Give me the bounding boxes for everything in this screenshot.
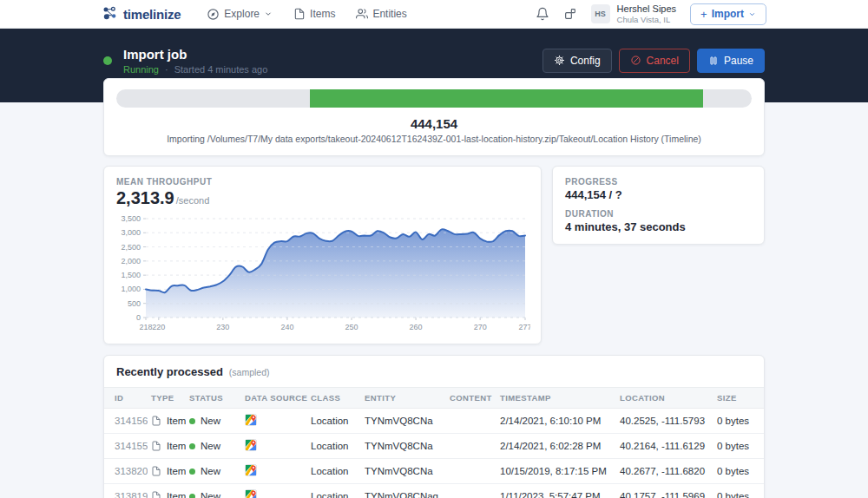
cell-id: 314156 <box>104 409 148 434</box>
cell-type: Item <box>148 409 186 434</box>
cell-location: 40.2677, -111.6820 <box>616 459 713 484</box>
svg-text:1,000: 1,000 <box>121 285 141 293</box>
svg-text:218: 218 <box>139 323 152 331</box>
google-maps-icon <box>245 439 257 451</box>
new-status-dot <box>189 494 195 498</box>
nav-label: Explore <box>224 8 260 20</box>
cell-entity: TYNmVQ8CNa <box>361 434 446 459</box>
user-name: Hershel Sipes <box>617 3 676 15</box>
cell-data-source <box>241 434 307 459</box>
nav-label: Items <box>310 8 335 20</box>
pause-icon <box>708 56 719 66</box>
cell-class: Location <box>307 409 361 434</box>
cell-type: Item <box>148 434 186 459</box>
notifications-button[interactable] <box>536 7 549 21</box>
column-header-size: SIZE <box>713 388 764 409</box>
column-header-class: CLASS <box>307 388 361 409</box>
cell-content <box>446 484 496 498</box>
running-status-dot <box>103 56 112 65</box>
throughput-card: MEAN THROUGHPUT 2,313.9/second 05001,000… <box>103 166 542 344</box>
cell-content <box>446 409 496 434</box>
cell-status: New <box>186 434 241 459</box>
svg-text:2,500: 2,500 <box>121 243 141 252</box>
import-button[interactable]: + Import <box>690 3 766 25</box>
cell-location: 40.2525, -111.5793 <box>616 409 713 434</box>
avatar: HS <box>591 4 610 23</box>
user-menu[interactable]: HS Hershel Sipes Chula Vista, IL <box>591 3 676 25</box>
svg-text:2,000: 2,000 <box>121 257 141 265</box>
new-status-dot <box>189 469 195 475</box>
nav-item-entities[interactable]: Entities <box>356 8 406 20</box>
users-icon <box>356 8 368 20</box>
cell-id: 313819 <box>104 484 148 498</box>
google-maps-icon <box>245 489 257 498</box>
cancel-button[interactable]: Cancel <box>619 49 690 73</box>
cell-type: Item <box>148 484 186 498</box>
import-progress-card: 444,154 Importing /Volumes/T7/My data ex… <box>103 78 765 156</box>
cell-status: New <box>186 459 241 484</box>
cell-timestamp: 2/14/2021, 6:02:28 PM <box>496 434 616 459</box>
cell-data-source <box>241 459 307 484</box>
throughput-label: MEAN THROUGHPUT <box>116 177 529 187</box>
cell-status: New <box>186 409 241 434</box>
svg-text:230: 230 <box>216 323 229 331</box>
items-imported-count: 444,154 <box>116 116 752 131</box>
brand[interactable]: timelinize <box>102 5 181 23</box>
svg-text:3,500: 3,500 <box>121 214 141 223</box>
svg-text:1,500: 1,500 <box>121 271 141 279</box>
main-nav: Explore Items Entities <box>207 8 406 21</box>
svg-text:500: 500 <box>128 299 141 308</box>
table-row[interactable]: 313820 ItemNew LocationTYNmVQ8CNa10/15/2… <box>104 459 764 484</box>
status-text: Running <box>123 64 159 75</box>
stacked-windows-icon <box>563 7 577 21</box>
pause-button[interactable]: Pause <box>697 49 765 73</box>
cell-type: Item <box>148 459 186 484</box>
jobs-button[interactable] <box>563 7 577 21</box>
compass-icon <box>207 8 220 21</box>
file-icon <box>151 441 161 451</box>
svg-text:220: 220 <box>152 323 165 331</box>
recently-processed-card: Recently processed(sampled) IDTYPESTATUS… <box>103 355 765 498</box>
recently-processed-table: IDTYPESTATUSDATA SOURCECLASSENTITYCONTEN… <box>104 387 764 498</box>
google-maps-icon <box>245 464 257 476</box>
import-label: Import <box>712 8 744 20</box>
import-source-path: Importing /Volumes/T7/My data exports/ta… <box>116 134 752 144</box>
column-header-location: LOCATION <box>616 388 713 409</box>
nav-label: Entities <box>372 8 406 20</box>
table-row[interactable]: 314155 ItemNew LocationTYNmVQ8CNa2/14/20… <box>104 434 764 459</box>
cell-class: Location <box>307 434 361 459</box>
file-icon <box>151 466 161 476</box>
cell-class: Location <box>307 459 361 484</box>
cell-class: Location <box>307 484 361 498</box>
nav-item-explore[interactable]: Explore <box>207 8 273 21</box>
column-header-data-source: DATA SOURCE <box>241 388 307 409</box>
svg-text:250: 250 <box>345 323 358 331</box>
table-row[interactable]: 314156 ItemNew LocationTYNmVQ8CNa2/14/20… <box>104 409 764 434</box>
throughput-value: 2,313.9 <box>116 188 174 207</box>
progress-label: PROGRESS <box>565 177 752 187</box>
gear-icon <box>554 55 565 66</box>
file-icon <box>151 491 161 498</box>
cell-status: New <box>186 484 241 498</box>
table-subtitle: (sampled) <box>229 367 270 377</box>
timelinize-logo-icon <box>102 5 119 23</box>
cell-content <box>446 434 496 459</box>
config-label: Config <box>570 55 601 67</box>
table-header-row: IDTYPESTATUSDATA SOURCECLASSENTITYCONTEN… <box>104 388 764 409</box>
duration-label: DURATION <box>565 209 752 219</box>
prohibition-icon <box>630 55 641 66</box>
table-row[interactable]: 313819 ItemNew LocationTYNmVQ8CNaq1/11/2… <box>104 484 764 498</box>
table-body: 314156 ItemNew LocationTYNmVQ8CNa2/14/20… <box>104 409 764 498</box>
file-icon <box>293 8 306 20</box>
config-button[interactable]: Config <box>542 49 612 73</box>
file-icon <box>151 416 161 426</box>
nav-item-items[interactable]: Items <box>293 8 335 20</box>
progress-value: 444,154 / ? <box>565 188 752 201</box>
brand-wordmark: timelinize <box>123 7 181 22</box>
cell-data-source <box>241 484 307 498</box>
cell-size: 0 bytes <box>713 459 764 484</box>
chevron-down-icon <box>264 10 273 18</box>
svg-text:260: 260 <box>410 323 423 331</box>
cell-content <box>446 459 496 484</box>
pause-label: Pause <box>724 55 753 67</box>
